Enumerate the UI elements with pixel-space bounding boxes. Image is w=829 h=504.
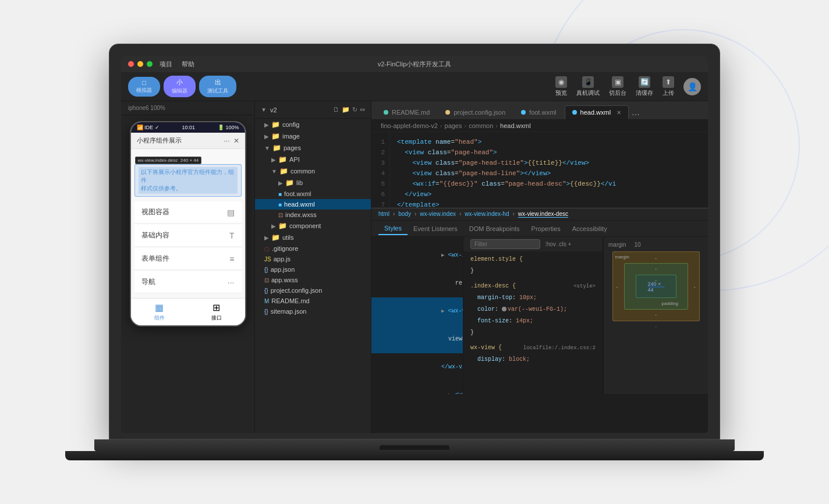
devtools-html-inspector[interactable]: ▶ <wx-image class="index-logo" src="../r… (371, 237, 463, 394)
test-icon: 出 (215, 78, 221, 87)
tree-item-utils[interactable]: ▶ 📁 utils (255, 232, 371, 243)
folder-icon: 📁 (279, 167, 288, 175)
phone-device: 📶 IDE ✓ 10:01 🔋 100% 小程序组件展示 ··· ✕ (130, 121, 246, 326)
minimize-button[interactable] (137, 61, 143, 67)
styles-rule-wx-view: wx-view { localfile:/.index.css:2 (463, 342, 603, 354)
margin-left-value: - (617, 284, 618, 289)
tab-close-icon[interactable]: ✕ (617, 109, 621, 116)
tree-item-config[interactable]: ▶ 📁 config (255, 119, 371, 130)
menu-item-help[interactable]: 帮助 (182, 60, 194, 69)
tab-project-config[interactable]: project.config.json (438, 105, 513, 119)
styles-rule-element: element.style { (463, 254, 603, 265)
upload-label: 上传 (663, 89, 674, 97)
code-content[interactable]: <template name="head"> <view class="page… (390, 132, 708, 208)
code-editor[interactable]: 1 2 3 4 5 6 7 8 <template name="head"> <… (371, 132, 708, 208)
tree-item-component[interactable]: ▶ 📁 component (255, 220, 371, 232)
list-item-4[interactable]: 导航 ··· (134, 271, 242, 293)
element-path-bar: html › body › wx-view.index › wx-view.in… (371, 208, 708, 221)
clear-cache-action[interactable]: 🔄 清缓存 (636, 76, 653, 97)
tree-item-readme[interactable]: M README.md (255, 296, 371, 306)
nav-item-components[interactable]: ▦ 组件 (154, 302, 165, 322)
upload-action[interactable]: ⬆ 上传 (663, 76, 674, 97)
tree-item-index-wxss[interactable]: ⊡ index.wxss (255, 210, 371, 220)
tree-item-label: image (282, 133, 300, 140)
nav-item-interface[interactable]: ⊞ 接口 (211, 302, 222, 322)
tree-item-app-json[interactable]: {} app.json (255, 264, 371, 275)
tree-item-project-config[interactable]: {} project.config.json (255, 285, 371, 296)
phone-frame: 📶 IDE ✓ 10:01 🔋 100% 小程序组件展示 ··· ✕ (121, 115, 254, 433)
maximize-button[interactable] (147, 61, 153, 67)
file-tree-actions: 🗋 📁 ↻ ⇔ (333, 106, 365, 113)
tree-item-label: component (289, 222, 321, 229)
phone-close-icon[interactable]: ✕ (233, 137, 239, 145)
clear-cache-icon: 🔄 (639, 76, 650, 88)
tab-head-wxml[interactable]: head.wxml ✕ (565, 105, 629, 119)
margin-bottom-value: - (655, 312, 657, 317)
tree-root-chevron[interactable]: ▼ (261, 107, 267, 113)
tree-item-label: README.md (271, 297, 309, 304)
editor-button[interactable]: 小 编辑器 (164, 76, 196, 97)
avatar[interactable]: 👤 (683, 78, 701, 95)
element-path-wx-view-index[interactable]: wx-view.index (420, 211, 456, 218)
tree-item-label: app.json (271, 266, 295, 273)
element-path-wx-view-index-hd[interactable]: wx-view.index-hd (465, 211, 509, 218)
close-button[interactable] (128, 61, 134, 67)
tree-item-app-js[interactable]: JS app.js (255, 254, 371, 264)
tab-label: foot.wxml (529, 109, 556, 116)
collapse-icon[interactable]: ⇔ (360, 106, 365, 113)
tree-item-api[interactable]: ▶ 📁 API (255, 154, 371, 165)
json-file-icon: {} (264, 267, 268, 273)
tab-readme[interactable]: README.md (376, 105, 437, 119)
tree-item-common[interactable]: ▼ 📁 common (255, 165, 371, 177)
tree-item-lib[interactable]: ▶ 📁 lib (255, 177, 371, 189)
laptop-notch (380, 445, 449, 450)
new-file-icon[interactable]: 🗋 (333, 106, 339, 113)
devtools-tab-properties[interactable]: Properties (526, 223, 566, 235)
list-item-2-icon: T (229, 231, 235, 240)
tab-foot-wxml[interactable]: foot.wxml (513, 105, 564, 119)
test-button[interactable]: 出 测试工具 (199, 76, 236, 97)
list-item-2[interactable]: 基础内容 T (134, 225, 242, 247)
code-line-1: <template name="head"> (397, 137, 701, 147)
line-numbers: 1 2 3 4 5 6 7 8 (371, 132, 390, 208)
html-line-2b[interactable]: view> == $0 (371, 325, 463, 353)
file-tree-header: ▼ v2 🗋 📁 ↻ ⇔ (255, 101, 371, 119)
tree-item-foot-wxml[interactable]: ■ foot.wxml (255, 189, 371, 199)
refresh-icon[interactable]: ↻ (352, 106, 357, 113)
html-line-4[interactable]: ▶ <wx-view class="index-bd">...</wx-view… (371, 381, 463, 394)
devtools-tab-event-listeners[interactable]: Event Listeners (408, 223, 463, 235)
new-folder-icon[interactable]: 📁 (342, 106, 350, 113)
real-device-action[interactable]: 📱 真机调试 (576, 76, 600, 97)
laptop-screen: 项目 帮助 v2-FinClip小程序开发工具 □ 模拟器 小 编辑器 (121, 56, 708, 433)
html-line-1b[interactable]: resources/kind/logo.png">...</wx-image> (371, 269, 463, 297)
folder-icon: 📁 (272, 144, 281, 152)
tree-item-app-wxss[interactable]: ⊡ app.wxss (255, 275, 371, 285)
menu-item-project[interactable]: 项目 (160, 60, 172, 69)
tab-more-icon[interactable]: ⋯ (632, 110, 640, 119)
devtools-tab-accessibility[interactable]: Accessibility (566, 223, 613, 235)
list-item-1[interactable]: 视图容器 ▤ (134, 201, 242, 223)
tree-item-image[interactable]: ▶ 📁 image (255, 130, 371, 142)
html-line-3[interactable]: </wx-view> (371, 353, 463, 381)
styles-filter-input[interactable] (470, 239, 540, 249)
element-path-body[interactable]: body (398, 211, 411, 218)
element-path-wx-view-index-desc[interactable]: wx-view.index-desc (518, 211, 568, 218)
preview-action[interactable]: ◉ 预览 (555, 76, 567, 97)
phone-dots-icon[interactable]: ··· (224, 137, 229, 145)
html-line-1[interactable]: ▶ <wx-image class="index-logo" src="../r… (371, 242, 463, 269)
list-item-3[interactable]: 表单组件 ≡ (134, 248, 242, 270)
devtools-tab-dom-breakpoints[interactable]: DOM Breakpoints (463, 223, 526, 235)
box-margin-bottom-label: - (655, 324, 657, 329)
tree-item-head-wxml[interactable]: ■ head.wxml (255, 199, 371, 210)
devtools-tabs-bar: Styles Event Listeners DOM Breakpoints P… (371, 221, 708, 237)
tree-item-gitignore[interactable]: ◌ .gitignore (255, 243, 371, 254)
box-model-diagram: margin - - - - border - (612, 251, 700, 321)
html-line-2[interactable]: ▶ <wx-view class="index-desc">以下将展示小程序官方… (371, 297, 463, 325)
element-path-html[interactable]: html (378, 211, 389, 218)
devtools-tab-styles[interactable]: Styles (378, 222, 408, 235)
toolbar-right: ◉ 预览 📱 真机调试 ▣ 切后台 🔄 清缓存 (555, 76, 701, 97)
tree-item-sitemap[interactable]: {} sitemap.json (255, 306, 371, 317)
background-action[interactable]: ▣ 切后台 (609, 76, 626, 97)
tree-item-pages[interactable]: ▼ 📁 pages (255, 142, 371, 154)
simulator-button[interactable]: □ 模拟器 (128, 77, 160, 97)
